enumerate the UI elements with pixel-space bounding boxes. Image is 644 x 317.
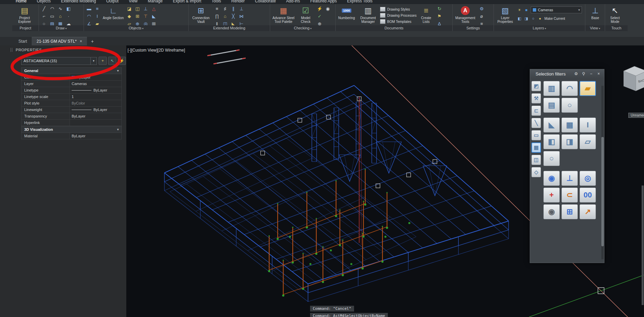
isolate-layer-icon[interactable]: ◧ [516, 15, 523, 22]
ribbon-tab[interactable]: Featured Apps [310, 0, 337, 4]
filter-kinematics-icon[interactable]: ↗ [580, 204, 596, 219]
hatch-icon[interactable]: ▨ [48, 20, 56, 25]
railing-icon[interactable]: ∏ [213, 13, 221, 20]
filter-polygon-icon[interactable]: ◇ [531, 167, 541, 177]
filter-bolt-icon[interactable]: ◉ [543, 171, 560, 186]
viewcube-view-name[interactable]: Unnamed [628, 113, 644, 118]
gradient-icon[interactable]: ◧ [65, 5, 72, 12]
filter-numbering-icon[interactable]: 00 [580, 188, 596, 203]
shear-stud-icon[interactable]: ⊤ [142, 13, 149, 20]
connection-vault-button[interactable]: ⊞ Connection Vault [190, 5, 212, 24]
quick-select-icon[interactable]: ⚡ [118, 57, 126, 65]
ribbon-tab[interactable]: Manage [148, 0, 162, 4]
curved-beam-icon[interactable]: ◠ [85, 13, 93, 20]
ribbon-tab[interactable]: Collaborate [255, 0, 276, 4]
plate-corner-icon[interactable]: ◪ [126, 5, 133, 12]
filter-compound-beam-icon[interactable]: ▤ [543, 98, 560, 113]
property-value[interactable]: ByLayer [70, 113, 121, 119]
compound-beam-icon[interactable]: ≡ [93, 5, 101, 12]
gusset-plate-icon[interactable]: ◣ [230, 20, 237, 25]
filter-tools-icon[interactable]: ⚒ [531, 93, 541, 104]
filter-corner-plate-icon[interactable]: ◣ [543, 118, 560, 133]
ribbon-tab[interactable]: Extended Modeling [61, 0, 96, 4]
base-plate-icon[interactable]: ⊥ [238, 5, 245, 12]
filter-special-part-icon[interactable]: ⊞ [561, 204, 578, 219]
ribbon-tab[interactable]: Tools [211, 0, 221, 4]
layer-color-icon[interactable]: ■ [523, 7, 529, 13]
filter-connector-icon[interactable]: ⊂ [561, 188, 578, 203]
stairs-icon[interactable]: ≡ [213, 5, 221, 12]
section-header-3d-visualization[interactable]: 3D Visualization [21, 126, 122, 133]
units-icon[interactable]: ⌀ [478, 13, 485, 20]
filter-plate-icon[interactable]: ▰ [580, 81, 596, 96]
cage-ladder-icon[interactable]: ♯ [221, 5, 229, 12]
filter-grating-icon[interactable]: ▦ [561, 118, 578, 133]
select-objects-icon[interactable]: ↖ [108, 57, 116, 65]
panel-label-objects[interactable]: Objects [84, 25, 188, 31]
weld-icon[interactable]: △ [150, 5, 158, 12]
revision-cloud-icon[interactable]: ☁ [65, 20, 72, 25]
object-type-dropdown[interactable]: ASTXCAMERA (15) [21, 57, 97, 65]
defaults-icon[interactable]: ⚙ [478, 5, 485, 12]
advance-steel-tool-palette-button[interactable]: ▦ Advance Steel Tool Palette [272, 5, 295, 24]
filter-ellipse-plate-icon[interactable]: ○ [543, 151, 560, 166]
plate-icon[interactable]: ▰ [93, 20, 101, 25]
ribbon-tab[interactable]: View [129, 0, 137, 4]
ribbon-tab[interactable]: Home [16, 0, 27, 4]
panel-label-layers[interactable]: Layers [494, 25, 585, 31]
scrollbar-thumb[interactable] [601, 137, 604, 246]
viewcube[interactable]: BACK [624, 65, 644, 99]
welded-beam-icon[interactable]: I [93, 13, 101, 20]
straight-beam-icon[interactable]: ▬ [85, 5, 93, 12]
splice-icon[interactable]: ⋈ [238, 13, 245, 20]
revision-table-icon[interactable]: Δ [436, 20, 443, 25]
ribbon-tab[interactable]: Add-ins [286, 0, 300, 4]
properties-title-bar[interactable]: PROPERTIES [0, 45, 126, 54]
chevron-down-icon[interactable] [90, 57, 97, 65]
command-line-input[interactable]: Command: AstM4SelectObjectByName [310, 313, 388, 317]
property-value[interactable] [70, 120, 121, 126]
rectangle-icon[interactable]: ▭ [48, 13, 56, 20]
management-tools-button[interactable]: A Management Tools [454, 5, 477, 24]
display-check-icon[interactable]: ◉ [324, 5, 332, 12]
poly-beam-icon[interactable]: ∠ [85, 20, 93, 25]
document-manager-button[interactable]: ▥ Document Manager [357, 5, 379, 24]
circle-icon[interactable]: ○ [40, 20, 48, 25]
house-outline-icon[interactable]: ⌂ [57, 13, 64, 20]
close-icon[interactable]: × [596, 71, 601, 77]
pickadd-toggle-icon[interactable]: + [99, 57, 107, 65]
bolt-icon[interactable]: ⊕ [134, 20, 141, 25]
ribbon-tab[interactable]: Output [106, 0, 118, 4]
model-check-button[interactable]: ☑ Model Check [297, 5, 314, 24]
panel-label-view[interactable]: View [585, 25, 605, 31]
layer-on-icon[interactable]: ☀ [516, 7, 523, 13]
pin-icon[interactable]: ⚲ [581, 71, 586, 77]
angle-section-button[interactable]: ∟ Angle Section [102, 5, 124, 20]
stiffener-icon[interactable]: ⊢ [238, 20, 245, 25]
file-tab-start[interactable]: Start [14, 37, 32, 45]
minimize-icon[interactable]: − [588, 71, 594, 77]
section-header-general[interactable]: General [21, 67, 122, 74]
filter-crossing-icon[interactable]: ▦ [531, 142, 541, 153]
filter-anchor-icon[interactable]: ⊥ [561, 171, 578, 186]
filter-line-icon[interactable]: ╲ [531, 118, 541, 128]
region-icon[interactable]: ▦ [57, 20, 64, 25]
hole-icon[interactable]: ◎ [142, 20, 149, 25]
purlin-icon[interactable]: ∥ [230, 5, 237, 12]
viewport-scrollbar[interactable] [642, 185, 644, 305]
arc-icon[interactable]: ◠ [48, 5, 56, 12]
select-mode-button[interactable]: ↖ Select Mode [606, 5, 624, 24]
steel-check-icon[interactable]: ✓ [316, 13, 323, 20]
property-value[interactable]: ByLayer [70, 133, 121, 139]
property-value[interactable]: ByLayer [70, 74, 121, 80]
filter-curved-beam-icon[interactable]: ◠ [561, 81, 578, 96]
polyline-icon[interactable]: ⌐ [40, 13, 48, 20]
ribbon-tab[interactable]: Render [231, 0, 245, 4]
split-plate-icon[interactable]: ◫ [134, 5, 141, 12]
panel-label-checking[interactable]: Checking [270, 25, 335, 31]
unisolate-layer-icon[interactable]: ◨ [523, 15, 529, 22]
new-tab-button[interactable]: + [89, 38, 96, 45]
ribbon-tab[interactable]: Objects [37, 0, 51, 4]
filter-oval-plate-icon[interactable]: ○ [561, 98, 578, 113]
filter-weld-icon[interactable]: + [543, 188, 560, 203]
